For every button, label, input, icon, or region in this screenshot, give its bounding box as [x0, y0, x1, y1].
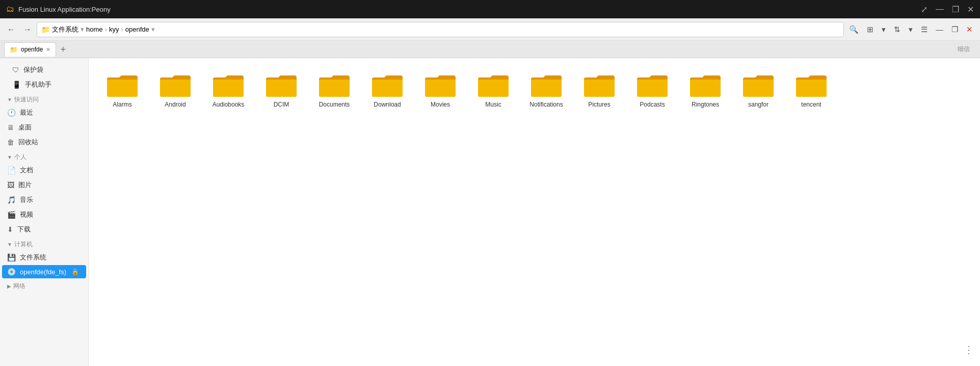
forward-button[interactable]: → — [20, 23, 35, 36]
sort-button[interactable]: ⇅ — [891, 23, 904, 36]
folder-item[interactable]: Ringtones — [680, 66, 731, 112]
folder-name: Audiobooks — [213, 101, 245, 108]
folder-item[interactable]: tencent — [786, 66, 837, 112]
sidebar-quick-access-section[interactable]: 快速访问 — [0, 92, 88, 105]
tab-openfde[interactable]: 📁 openfde ✕ — [4, 42, 56, 57]
sidebar-music-label: 音乐 — [20, 195, 33, 204]
folder-icon — [530, 70, 563, 99]
sidebar-computer-section[interactable]: 计算机 — [0, 237, 88, 250]
folder-icon — [795, 70, 828, 99]
personal-arrow — [7, 154, 12, 160]
svg-rect-5 — [213, 80, 244, 97]
filesystem-icon: 💾 — [7, 253, 16, 262]
svg-rect-3 — [160, 80, 191, 97]
sidebar-item-desktop[interactable]: 🖥 桌面 — [2, 120, 86, 135]
sidebar-item-docs[interactable]: 📄 文档 — [2, 163, 86, 177]
folder-name: Movies — [431, 101, 450, 108]
svg-rect-21 — [637, 80, 668, 97]
folder-icon — [477, 70, 510, 99]
sidebar-openfde-label: openfde(fde_fs) — [20, 268, 66, 276]
sidebar-item-recent[interactable]: 🕐 最近 — [2, 106, 86, 120]
folder-item[interactable]: Alarms — [97, 66, 148, 112]
sidebar-network-section[interactable]: 网络 — [0, 279, 88, 292]
sidebar-personal-label: 个人 — [14, 153, 27, 162]
breadcrumb-openfde[interactable]: openfde — [125, 25, 149, 33]
app-icon: 🗂 — [6, 5, 14, 14]
window-maximize-button[interactable]: ❐ — [948, 23, 961, 36]
tab-close-button[interactable]: ✕ — [46, 46, 50, 53]
more-options-button[interactable]: ⋮ — [964, 344, 974, 356]
sidebar-item-pictures[interactable]: 🖼 图片 — [2, 178, 86, 192]
titlebar: 🗂 Fusion Linux Application:Peony ⤢ — ❐ ✕ — [0, 0, 980, 18]
folder-item[interactable]: Audiobooks — [203, 66, 254, 112]
tab-label: openfde — [21, 46, 43, 53]
breadcrumb-kyy[interactable]: kyy — [109, 25, 119, 33]
sidebar-item-phone[interactable]: 📱 手机助手 — [2, 77, 86, 92]
sidebar-item-trash[interactable]: 🗑 回收站 — [2, 135, 86, 149]
sidebar-trash-label: 回收站 — [18, 138, 38, 147]
folder-name: tencent — [801, 101, 821, 108]
folder-name: Alarms — [113, 101, 131, 108]
titlebar-close-button[interactable]: ✕ — [967, 5, 974, 14]
breadcrumb-sep-4: ▾ — [151, 25, 155, 33]
breadcrumb-folder-icon: 📁 — [41, 25, 50, 34]
sidebar-item-video[interactable]: 🎬 视频 — [2, 207, 86, 222]
titlebar-expand-button[interactable]: ⤢ — [921, 5, 928, 14]
folder-item[interactable]: Podcasts — [627, 66, 678, 112]
folder-name: Pictures — [588, 101, 610, 108]
menu-button[interactable]: ☰ — [918, 23, 931, 36]
svg-rect-7 — [266, 80, 297, 97]
sidebar-item-music[interactable]: 🎵 音乐 — [2, 193, 86, 207]
folder-name: Music — [485, 101, 501, 108]
sidebar-item-filesystem[interactable]: 💾 文件系统 — [2, 250, 86, 265]
folder-item[interactable]: Music — [468, 66, 519, 112]
folder-item[interactable]: Android — [150, 66, 201, 112]
svg-rect-1 — [107, 80, 138, 97]
tab-add-button[interactable]: + — [57, 45, 69, 54]
sidebar-item-openfde[interactable]: 💿 openfde(fde_fs) 🔒 — [2, 265, 86, 278]
sidebar: 🛡 保护袋 📱 手机助手 快速访问 🕐 最近 🖥 桌面 🗑 回收站 个人 — [0, 58, 89, 366]
view-dropdown-button[interactable]: ▾ — [879, 23, 889, 36]
folder-icon — [371, 70, 404, 99]
tab-detail: 细信 — [958, 45, 976, 54]
sidebar-filesystem-label: 文件系统 — [20, 253, 46, 262]
tab-folder-icon: 📁 — [10, 46, 18, 54]
pictures-icon: 🖼 — [7, 181, 14, 189]
toolbar-right: 🔍 ⊞ ▾ ⇅ ▾ ☰ — ❐ ✕ — [846, 23, 976, 36]
folder-item[interactable]: DCIM — [256, 66, 307, 112]
folder-item[interactable]: Documents — [309, 66, 360, 112]
sidebar-item-downloads[interactable]: ⬇ 下载 — [2, 222, 86, 237]
window-minimize-button[interactable]: — — [933, 23, 946, 36]
sidebar-recent-label: 最近 — [20, 108, 33, 117]
folder-item[interactable]: Download — [362, 66, 413, 112]
sidebar-item-safe[interactable]: 🛡 保护袋 — [2, 63, 86, 77]
sidebar-personal-section[interactable]: 个人 — [0, 150, 88, 163]
breadcrumb-filesystem[interactable]: 文件系统 — [52, 25, 78, 34]
folder-icon — [106, 70, 139, 99]
folder-item[interactable]: sangfor — [733, 66, 784, 112]
trash-icon: 🗑 — [7, 138, 14, 146]
folder-icon — [636, 70, 669, 99]
folder-icon — [212, 70, 245, 99]
folder-name: Documents — [319, 101, 350, 108]
safe-icon: 🛡 — [12, 66, 19, 74]
folder-item[interactable]: Pictures — [574, 66, 625, 112]
titlebar-left: 🗂 Fusion Linux Application:Peony — [6, 5, 111, 14]
svg-rect-15 — [478, 80, 509, 97]
app-title: Fusion Linux Application:Peony — [18, 6, 111, 13]
breadcrumb-home[interactable]: home — [86, 25, 103, 33]
folder-item[interactable]: Movies — [415, 66, 466, 112]
titlebar-maximize-button[interactable]: ❐ — [952, 5, 959, 14]
titlebar-minimize-button[interactable]: — — [936, 5, 944, 14]
folder-item[interactable]: Notifications — [521, 66, 572, 112]
titlebar-controls: ⤢ — ❐ ✕ — [921, 5, 974, 14]
view-grid-button[interactable]: ⊞ — [864, 23, 877, 36]
svg-rect-27 — [796, 80, 827, 97]
openfde-icon: 💿 — [7, 268, 16, 276]
search-button[interactable]: 🔍 — [846, 23, 862, 36]
folder-name: Podcasts — [640, 101, 665, 108]
network-arrow — [7, 283, 11, 289]
back-button[interactable]: ← — [4, 23, 18, 36]
sort-dropdown-button[interactable]: ▾ — [906, 23, 916, 36]
window-close-button[interactable]: ✕ — [963, 23, 976, 36]
